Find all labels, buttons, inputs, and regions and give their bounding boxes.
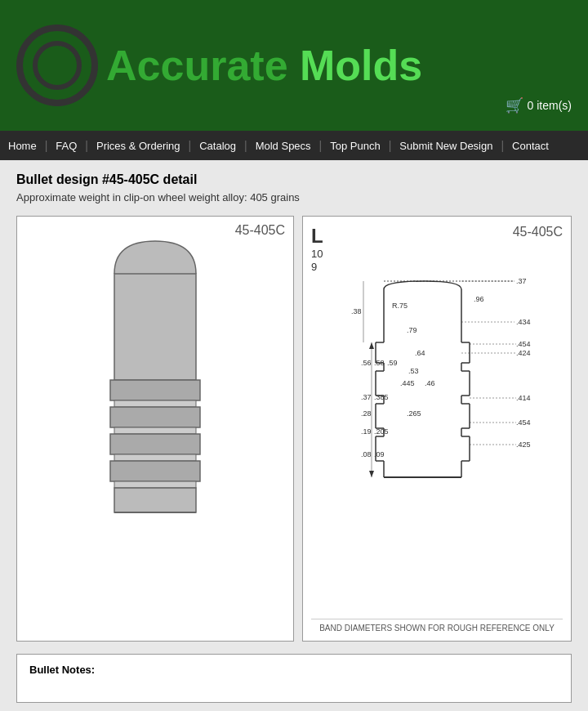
panels: 45-405C bbox=[16, 216, 572, 642]
svg-rect-8 bbox=[114, 481, 196, 488]
svg-text:.28: .28 bbox=[361, 409, 372, 418]
header: Accurate Molds 🛒 0 item(s) bbox=[0, 0, 588, 131]
dimensions-drawing: .37 .38 R.75 .96 .434 .79 bbox=[311, 277, 563, 612]
svg-text:.59: .59 bbox=[387, 359, 398, 367]
bullet-image-panel: 45-405C bbox=[16, 216, 294, 642]
svg-text:.79: .79 bbox=[407, 326, 417, 334]
svg-text:.08: .08 bbox=[361, 450, 372, 458]
length-value: 109 bbox=[311, 248, 323, 273]
svg-rect-4 bbox=[114, 427, 196, 434]
nav-catalog[interactable]: Catalog bbox=[191, 133, 244, 159]
svg-text:.19: .19 bbox=[361, 427, 372, 436]
svg-text:.58: .58 bbox=[374, 359, 385, 367]
logo-inner bbox=[33, 41, 82, 90]
nav-mold-specs[interactable]: Mold Specs bbox=[247, 133, 319, 159]
logo-text: Accurate Molds bbox=[106, 41, 422, 90]
logo-area: Accurate Molds bbox=[16, 25, 422, 106]
svg-rect-0 bbox=[114, 274, 196, 380]
svg-rect-5 bbox=[110, 434, 200, 454]
dimensions-panel: L 109 45-405C bbox=[302, 216, 572, 642]
svg-text:.56: .56 bbox=[361, 359, 372, 367]
bullet-code-left: 45-405C bbox=[235, 223, 285, 238]
svg-text:.454: .454 bbox=[516, 418, 531, 427]
svg-rect-6 bbox=[114, 454, 196, 461]
svg-text:.385: .385 bbox=[374, 393, 389, 401]
nav-submit[interactable]: Submit New Design bbox=[391, 133, 501, 159]
svg-text:.265: .265 bbox=[407, 409, 421, 418]
right-header-left: L 109 bbox=[311, 225, 323, 273]
nav-prices[interactable]: Prices & Ordering bbox=[88, 133, 189, 159]
right-panel-header: L 109 45-405C bbox=[311, 225, 563, 273]
bullet-drawing bbox=[25, 225, 285, 576]
cart-icon: 🛒 bbox=[506, 96, 523, 114]
nav-contact[interactable]: Contact bbox=[504, 133, 557, 159]
svg-text:.64: .64 bbox=[415, 349, 425, 357]
svg-rect-1 bbox=[110, 380, 200, 400]
svg-marker-84 bbox=[369, 471, 374, 477]
logo-main: Accurate bbox=[106, 42, 288, 89]
nav-faq[interactable]: FAQ bbox=[47, 133, 85, 159]
svg-text:.414: .414 bbox=[516, 394, 531, 402]
svg-rect-7 bbox=[110, 461, 200, 481]
svg-text:.454: .454 bbox=[516, 340, 531, 348]
logo-circle bbox=[16, 25, 98, 106]
svg-text:.96: .96 bbox=[474, 295, 484, 303]
cart-area[interactable]: 🛒 0 item(s) bbox=[506, 96, 572, 123]
page-subtitle: Approximate weight in clip-on wheel weig… bbox=[16, 191, 572, 203]
notes-section: Bullet Notes: bbox=[16, 654, 572, 703]
cart-count: 0 item(s) bbox=[528, 99, 572, 112]
page-title: Bullet design #45-405C detail bbox=[16, 172, 572, 187]
logo-accent: Molds bbox=[288, 42, 423, 89]
notes-label: Bullet Notes: bbox=[29, 664, 95, 676]
svg-text:.424: .424 bbox=[516, 349, 531, 357]
nav-top-punch[interactable]: Top Punch bbox=[322, 133, 388, 159]
svg-text:.425: .425 bbox=[516, 440, 531, 449]
svg-text:.445: .445 bbox=[400, 379, 415, 387]
nav-home[interactable]: Home bbox=[0, 133, 45, 159]
svg-text:R.75: R.75 bbox=[392, 302, 408, 310]
svg-text:.38: .38 bbox=[351, 307, 362, 315]
band-note: BAND DIAMETERS SHOWN FOR ROUGH REFERENCE… bbox=[311, 619, 563, 633]
svg-text:.205: .205 bbox=[374, 427, 389, 436]
svg-text:.434: .434 bbox=[516, 318, 531, 326]
svg-rect-3 bbox=[110, 407, 200, 427]
svg-text:.37: .37 bbox=[361, 393, 372, 401]
svg-rect-9 bbox=[114, 488, 196, 512]
main-content: Bullet design #45-405C detail Approximat… bbox=[0, 160, 588, 711]
bullet-code-right: 45-405C bbox=[513, 225, 563, 239]
svg-rect-2 bbox=[114, 400, 196, 407]
navigation: Home | FAQ | Prices & Ordering | Catalog… bbox=[0, 131, 588, 160]
svg-text:.46: .46 bbox=[425, 379, 435, 387]
svg-marker-83 bbox=[369, 342, 374, 349]
svg-text:.53: .53 bbox=[408, 367, 419, 375]
length-label: L bbox=[311, 225, 323, 248]
svg-text:.09: .09 bbox=[374, 450, 385, 458]
svg-text:.37: .37 bbox=[516, 277, 527, 285]
